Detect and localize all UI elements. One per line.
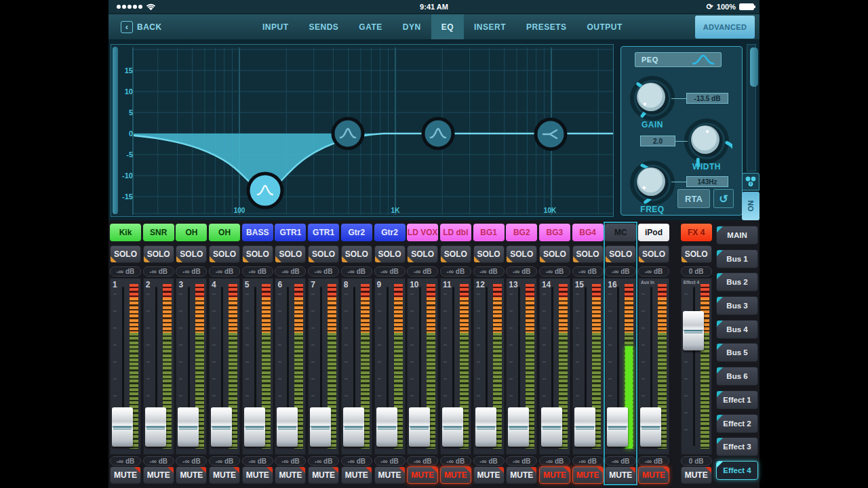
sidebar-item-effect-2[interactable]: Effect 2 xyxy=(716,414,758,433)
eq-band-handle-3[interactable] xyxy=(423,119,453,148)
sidebar-item-main[interactable]: MAIN xyxy=(716,226,758,245)
mute-button[interactable]: MUTE xyxy=(209,466,240,484)
solo-button[interactable]: SOLO xyxy=(572,245,604,263)
sidebar-item-bus-6[interactable]: Bus 6 xyxy=(716,367,758,386)
tab-presets[interactable]: PRESETS xyxy=(516,14,577,39)
channel-name-button[interactable]: FX 4 xyxy=(681,224,712,241)
fader-handle[interactable] xyxy=(244,407,265,447)
fader-handle[interactable] xyxy=(178,407,199,447)
eq-band-handle-1[interactable] xyxy=(248,174,282,207)
mute-button[interactable]: MUTE xyxy=(605,466,636,484)
mute-button[interactable]: MUTE xyxy=(308,466,339,484)
channel-name-button[interactable]: iPod xyxy=(638,224,669,241)
channel-name-button[interactable]: LD dbl xyxy=(440,224,471,241)
solo-button[interactable]: SOLO xyxy=(308,245,339,263)
eq-scrollbar-track[interactable] xyxy=(747,44,756,171)
mute-button[interactable]: MUTE xyxy=(506,466,537,484)
fader-handle[interactable] xyxy=(640,407,661,447)
fader-handle[interactable] xyxy=(508,407,529,447)
eq-graph-panel[interactable]: 151050-5-10-15 1001K10K xyxy=(111,44,614,217)
channel-name-button[interactable]: Gtr2 xyxy=(341,224,372,241)
channel-name-button[interactable]: BG2 xyxy=(506,224,537,241)
fader-handle[interactable] xyxy=(409,407,430,447)
mute-button[interactable]: MUTE xyxy=(275,466,306,484)
fader-handle[interactable] xyxy=(574,407,595,447)
solo-button[interactable]: SOLO xyxy=(681,245,712,263)
eq-plot[interactable] xyxy=(111,45,614,218)
channel-name-button[interactable]: BG3 xyxy=(539,224,570,241)
mute-button[interactable]: MUTE xyxy=(473,466,505,484)
solo-button[interactable]: SOLO xyxy=(110,245,141,263)
solo-button[interactable]: SOLO xyxy=(539,245,570,263)
mute-button[interactable]: MUTE xyxy=(572,466,604,484)
channel-name-button[interactable]: OH xyxy=(176,224,207,241)
fader-handle[interactable] xyxy=(211,407,232,447)
tab-dyn[interactable]: DYN xyxy=(393,14,431,39)
solo-button[interactable]: SOLO xyxy=(341,245,372,263)
sidebar-item-bus-3[interactable]: Bus 3 xyxy=(716,296,758,315)
channel-name-button[interactable]: OH xyxy=(209,224,240,241)
reset-band-button[interactable]: ↺ xyxy=(713,189,734,208)
sidebar-item-effect-4[interactable]: Effect 4 xyxy=(716,461,758,480)
solo-button[interactable]: SOLO xyxy=(242,245,273,263)
mute-button[interactable]: MUTE xyxy=(681,466,712,484)
freq-knob[interactable] xyxy=(627,157,678,209)
filter-type-selector[interactable]: PEQ xyxy=(635,52,722,67)
sidebar-item-bus-5[interactable]: Bus 5 xyxy=(716,343,758,362)
eq-band-handle-2[interactable] xyxy=(333,119,363,148)
channel-name-button[interactable]: GTR1 xyxy=(275,224,306,241)
solo-button[interactable]: SOLO xyxy=(440,245,471,263)
tab-output[interactable]: OUTPUT xyxy=(577,14,633,39)
solo-button[interactable]: SOLO xyxy=(176,245,207,263)
solo-button[interactable]: SOLO xyxy=(143,245,174,263)
mute-button[interactable]: MUTE xyxy=(176,466,207,484)
fader-handle[interactable] xyxy=(310,407,331,447)
eq-scrollbar-handle[interactable] xyxy=(750,47,758,87)
solo-button[interactable]: SOLO xyxy=(473,245,505,263)
channel-name-button[interactable]: LD VOX xyxy=(407,224,438,241)
advanced-button[interactable]: ADVANCED xyxy=(695,16,755,39)
mute-button[interactable]: MUTE xyxy=(407,466,438,484)
fader-handle[interactable] xyxy=(376,407,397,447)
back-button[interactable]: ‹ BACK xyxy=(121,21,162,33)
channel-name-button[interactable]: BASS xyxy=(242,224,273,241)
fader-handle[interactable] xyxy=(112,407,133,447)
channel-name-button[interactable]: SNR xyxy=(143,224,174,241)
mute-button[interactable]: MUTE xyxy=(143,466,174,484)
fader-handle[interactable] xyxy=(475,407,496,447)
channel-name-button[interactable]: BG1 xyxy=(473,224,505,241)
solo-button[interactable]: SOLO xyxy=(605,245,636,263)
channel-name-button[interactable]: GTR1 xyxy=(308,224,339,241)
sidebar-item-effect-3[interactable]: Effect 3 xyxy=(716,437,758,456)
fader-handle[interactable] xyxy=(683,311,704,350)
mute-button[interactable]: MUTE xyxy=(440,466,471,484)
eq-on-button[interactable]: ON xyxy=(742,192,760,220)
solo-button[interactable]: SOLO xyxy=(506,245,537,263)
solo-button[interactable]: SOLO xyxy=(638,245,669,263)
channel-name-button[interactable]: MC xyxy=(605,224,636,241)
fader-handle[interactable] xyxy=(277,407,298,447)
solo-button[interactable]: SOLO xyxy=(209,245,240,263)
fader-handle[interactable] xyxy=(607,407,628,447)
solo-button[interactable]: SOLO xyxy=(275,245,306,263)
fader-handle[interactable] xyxy=(541,407,562,447)
mute-button[interactable]: MUTE xyxy=(242,466,273,484)
tab-gate[interactable]: GATE xyxy=(349,14,392,39)
fader-handle[interactable] xyxy=(442,407,463,447)
fader-handle[interactable] xyxy=(343,407,364,447)
sidebar-item-effect-1[interactable]: Effect 1 xyxy=(716,390,758,409)
band-group-button[interactable] xyxy=(742,173,760,190)
solo-button[interactable]: SOLO xyxy=(407,245,438,263)
eq-band-handle-4[interactable] xyxy=(536,119,566,149)
rta-button[interactable]: RTA xyxy=(677,189,710,208)
fader-handle[interactable] xyxy=(145,407,166,447)
mute-button[interactable]: MUTE xyxy=(539,466,570,484)
mute-button[interactable]: MUTE xyxy=(341,466,372,484)
tab-sends[interactable]: SENDS xyxy=(299,14,349,39)
tab-insert[interactable]: INSERT xyxy=(464,14,516,39)
gain-knob[interactable] xyxy=(627,73,678,124)
mute-button[interactable]: MUTE xyxy=(638,466,669,484)
width-knob[interactable] xyxy=(681,115,732,167)
sidebar-item-bus-2[interactable]: Bus 2 xyxy=(716,272,758,291)
tab-input[interactable]: INPUT xyxy=(252,14,299,39)
